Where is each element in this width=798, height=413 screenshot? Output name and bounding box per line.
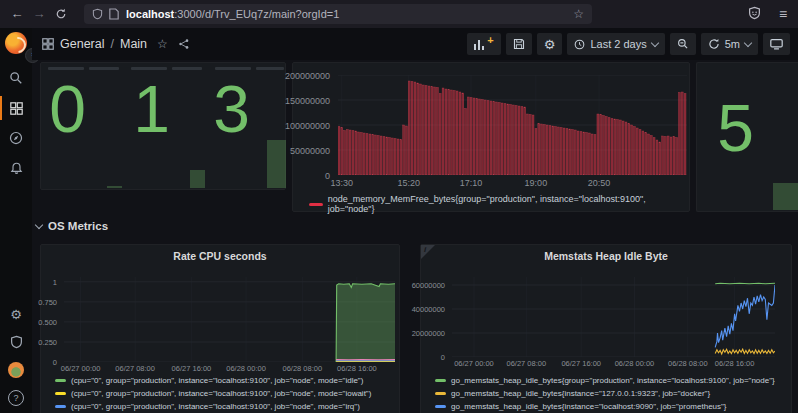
cpu-graph-panel[interactable]: Rate CPU seconds 10.7500.5000.2500 06/27… — [40, 244, 400, 413]
legend-swatch — [55, 405, 66, 408]
chevron-down-icon — [35, 221, 43, 229]
chevron-down-icon — [650, 38, 658, 46]
bookmark-star-icon[interactable]: ☆ — [573, 7, 584, 21]
cpu-area-chart — [64, 277, 395, 362]
user-avatar[interactable] — [0, 358, 32, 382]
time-range-label: Last 2 days — [590, 38, 646, 50]
stat-value: 5 — [713, 95, 758, 161]
legend-swatch — [435, 379, 446, 382]
dashboard-header: General / Main ☆ + ⚙ Last 2 days 5m — [32, 28, 798, 60]
breadcrumb-folder[interactable]: General — [60, 37, 104, 51]
y-axis-labels: 6000000040000000200000000 — [421, 277, 449, 357]
legend-label: go_memstats_heap_idle_bytes{instance="12… — [451, 389, 710, 398]
legend-item[interactable]: go_memstats_heap_idle_bytes{instance="lo… — [435, 402, 727, 411]
stat-panel-013[interactable]: 0 1 3 — [40, 62, 286, 190]
stat-value: 0 — [45, 76, 90, 142]
add-panel-button[interactable]: + — [467, 33, 501, 55]
active-indicator — [0, 96, 2, 120]
breadcrumb-dashboard[interactable]: Main — [120, 37, 147, 51]
save-icon — [513, 38, 525, 50]
x-axis-labels: 06/27 00:0006/27 08:0006/27 16:0006/28 0… — [452, 359, 775, 369]
server-admin-shield-icon[interactable] — [0, 330, 32, 354]
alerting-bell-icon[interactable] — [0, 156, 32, 180]
browser-forward-icon[interactable]: → — [30, 5, 48, 23]
browser-reload-icon[interactable] — [52, 5, 70, 23]
x-axis-labels: 13:3015:2017:1019:0020:50 — [338, 178, 687, 188]
legend-swatch — [55, 392, 66, 395]
stat-microlabel — [256, 67, 284, 70]
chevron-down-icon — [744, 38, 752, 46]
sidebar-item-dashboards[interactable] — [0, 96, 32, 120]
legend-label: go_memstats_heap_idle_bytes{instance="lo… — [451, 402, 727, 411]
x-axis-labels: 06/27 00:0006/27 08:0006/27 16:0006/28 0… — [64, 364, 395, 374]
refresh-interval-label: 5m — [725, 38, 740, 50]
gear-icon: ⚙ — [544, 37, 556, 52]
legend-swatch — [435, 392, 446, 395]
stat-value: 3 — [209, 76, 254, 142]
stat-microlabel — [48, 67, 84, 70]
clock-icon — [574, 39, 585, 50]
zoom-out-button[interactable] — [670, 33, 696, 55]
memfree-bar-chart — [338, 75, 687, 175]
legend-label: go_memstats_heap_idle_bytes{group="produ… — [451, 376, 775, 385]
browser-toolbar: ← → localhost:3000/d/Trv_EUq7z/main?orgI… — [0, 0, 798, 29]
browser-menu-icon[interactable]: ≡ — [774, 5, 792, 23]
dashboard-grid-icon — [42, 38, 54, 50]
refresh-icon — [708, 38, 720, 50]
grafana-sidebar: › ⚙ ? — [0, 28, 32, 413]
y-axis-labels: 200000000150000000100000000500000000 — [293, 75, 334, 175]
time-range-picker[interactable]: Last 2 days — [567, 33, 664, 55]
legend-item[interactable]: (cpu="0", group="production", instance="… — [55, 389, 371, 398]
stat-sparkline-bar — [267, 140, 286, 188]
memfree-graph-panel[interactable]: 200000000150000000100000000500000000 13:… — [292, 62, 690, 212]
help-icon[interactable]: ? — [0, 386, 32, 410]
legend-label: (cpu="0", group="production", instance="… — [71, 389, 371, 398]
extension-shield-icon[interactable] — [748, 6, 761, 20]
stat-value: 1 — [129, 76, 174, 142]
stat-microlabel — [172, 67, 202, 70]
heap-graph-panel[interactable]: i Memstats Heap Idle Byte 60000000400000… — [420, 244, 792, 413]
legend-label: (cpu="0", group="production", instance="… — [71, 376, 363, 385]
panel-title[interactable]: Memstats Heap Idle Byte — [421, 250, 791, 262]
stat-sparkline-bar — [773, 183, 798, 210]
explore-compass-icon[interactable] — [0, 126, 32, 150]
legend-item[interactable]: (cpu="0", group="production", instance="… — [55, 376, 363, 385]
url-bar[interactable]: localhost:3000/d/Trv_EUq7z/main?orgId=1 … — [84, 4, 592, 24]
legend-label: node_memory_MemFree_bytes{group="product… — [328, 194, 689, 214]
save-dashboard-button[interactable] — [506, 33, 532, 55]
dashboard-settings-button[interactable]: ⚙ — [537, 33, 563, 55]
grafana-logo-icon[interactable] — [5, 32, 27, 54]
heap-line-chart — [452, 277, 775, 357]
url-text: localhost:3000/d/Trv_EUq7z/main?orgId=1 — [126, 8, 339, 20]
stat-microlabel — [215, 67, 251, 70]
legend-item[interactable]: go_memstats_heap_idle_bytes{group="produ… — [435, 376, 775, 385]
legend-item[interactable]: go_memstats_heap_idle_bytes{instance="12… — [435, 389, 710, 398]
favorite-star-icon[interactable]: ☆ — [157, 37, 168, 51]
refresh-picker[interactable]: 5m — [701, 33, 758, 55]
browser-back-icon[interactable]: ← — [8, 5, 26, 23]
stat-sparkline-bar — [107, 186, 122, 188]
row-header-os-metrics[interactable]: OS Metrics — [36, 217, 108, 235]
legend-item[interactable]: (cpu="0", group="production", instance="… — [55, 402, 360, 411]
legend-swatch — [435, 405, 446, 408]
stat-microlabel — [89, 67, 119, 70]
legend-swatch — [55, 379, 66, 382]
configuration-gear-icon[interactable]: ⚙ — [0, 302, 32, 326]
stat-panel-5[interactable]: 5 — [696, 62, 798, 212]
legend-item[interactable]: node_memory_MemFree_bytes{group="product… — [309, 194, 689, 214]
stat-sparkline-bar — [190, 170, 205, 188]
row-title: OS Metrics — [48, 220, 108, 232]
share-icon[interactable] — [178, 38, 190, 50]
zoom-out-icon — [677, 38, 689, 50]
legend-label: (cpu="0", group="production", instance="… — [71, 402, 360, 411]
cycle-view-button[interactable] — [763, 33, 790, 55]
tracking-shield-icon[interactable] — [92, 8, 103, 20]
page-info-icon[interactable] — [109, 8, 119, 20]
search-icon[interactable] — [0, 66, 32, 90]
y-axis-labels: 10.7500.5000.2500 — [41, 277, 61, 362]
add-panel-icon — [474, 39, 485, 50]
tv-icon — [770, 38, 783, 50]
panel-title[interactable]: Rate CPU seconds — [41, 250, 399, 262]
stat-microlabel — [131, 67, 167, 70]
legend-swatch — [309, 203, 323, 206]
